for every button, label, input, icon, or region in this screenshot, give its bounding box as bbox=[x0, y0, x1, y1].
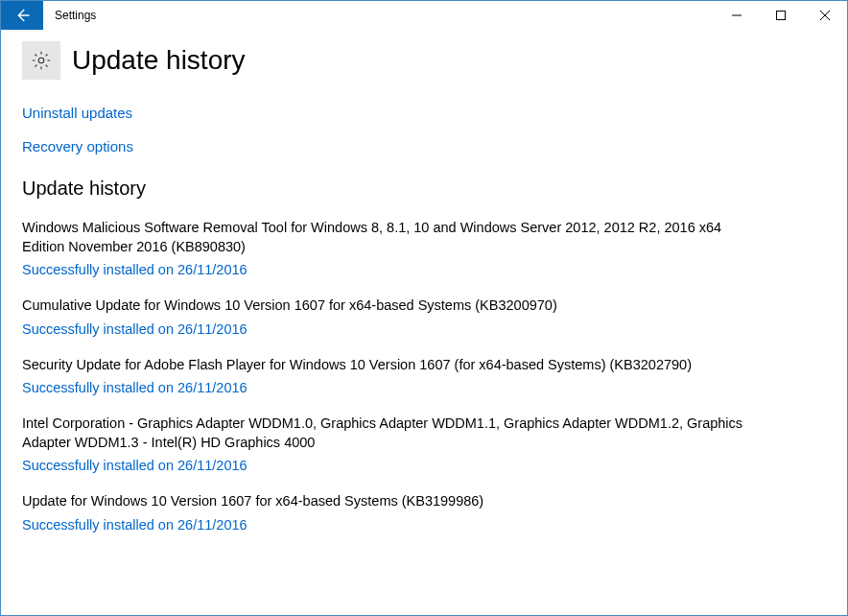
uninstall-updates-link[interactable]: Uninstall updates bbox=[22, 105, 826, 121]
window-controls bbox=[715, 1, 847, 30]
recovery-options-link[interactable]: Recovery options bbox=[22, 138, 826, 154]
update-title: Windows Malicious Software Removal Tool … bbox=[22, 219, 751, 256]
back-arrow-icon bbox=[13, 7, 31, 24]
maximize-button[interactable] bbox=[759, 1, 803, 30]
page-title: Update history bbox=[72, 45, 246, 76]
update-title: Security Update for Adobe Flash Player f… bbox=[22, 356, 751, 375]
update-item: Security Update for Adobe Flash Player f… bbox=[22, 356, 826, 396]
gear-icon bbox=[31, 50, 52, 71]
svg-point-1 bbox=[38, 58, 44, 63]
titlebar: Settings bbox=[1, 1, 847, 30]
close-icon bbox=[820, 11, 830, 20]
update-item: Windows Malicious Software Removal Tool … bbox=[22, 219, 826, 277]
update-title: Update for Windows 10 Version 1607 for x… bbox=[22, 492, 751, 511]
update-item: Update for Windows 10 Version 1607 for x… bbox=[22, 492, 826, 533]
maximize-icon bbox=[776, 11, 786, 20]
update-status-link[interactable]: Successfully installed on 26/11/2016 bbox=[22, 262, 826, 277]
update-item: Intel Corporation - Graphics Adapter WDD… bbox=[22, 415, 826, 473]
minimize-button[interactable] bbox=[715, 1, 759, 30]
minimize-icon bbox=[732, 11, 742, 20]
updates-list: Windows Malicious Software Removal Tool … bbox=[22, 219, 826, 533]
page-icon-box bbox=[22, 41, 60, 80]
close-button[interactable] bbox=[803, 1, 847, 30]
content-area: Update history Uninstall updates Recover… bbox=[1, 30, 847, 573]
page-header: Update history bbox=[22, 41, 826, 80]
update-status-link[interactable]: Successfully installed on 26/11/2016 bbox=[22, 321, 826, 337]
update-title: Intel Corporation - Graphics Adapter WDD… bbox=[22, 415, 751, 452]
update-status-link[interactable]: Successfully installed on 26/11/2016 bbox=[22, 458, 826, 473]
svg-rect-0 bbox=[777, 12, 786, 20]
update-title: Cumulative Update for Windows 10 Version… bbox=[22, 296, 751, 316]
update-status-link[interactable]: Successfully installed on 26/11/2016 bbox=[22, 517, 826, 533]
back-button[interactable] bbox=[1, 1, 43, 30]
update-item: Cumulative Update for Windows 10 Version… bbox=[22, 296, 826, 337]
update-status-link[interactable]: Successfully installed on 26/11/2016 bbox=[22, 380, 826, 395]
window-title: Settings bbox=[43, 9, 715, 22]
section-heading: Update history bbox=[22, 178, 826, 200]
